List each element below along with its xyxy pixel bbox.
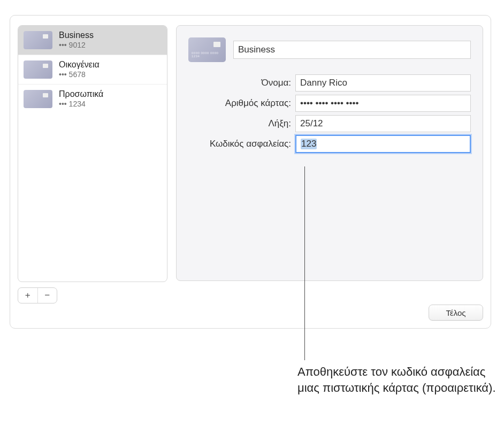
field-name: Όνομα: Danny Rico xyxy=(188,73,471,93)
credit-card-icon xyxy=(188,37,226,62)
label-number: Αριθμός κάρτας: xyxy=(188,98,295,109)
remove-button[interactable]: − xyxy=(38,288,57,303)
card-mask: ••• 9012 xyxy=(59,41,94,50)
card-mask: ••• 5678 xyxy=(59,70,100,80)
credit-card-window: Business ••• 9012 Οικογένεια ••• 5678 Πρ… xyxy=(10,15,491,329)
field-cvv: Κωδικός ασφαλείας: 123 xyxy=(188,134,471,154)
card-row-family[interactable]: Οικογένεια ••• 5678 xyxy=(18,55,167,85)
card-mask: ••• 1234 xyxy=(59,100,103,109)
credit-card-icon xyxy=(24,60,52,79)
field-number: Αριθμός κάρτας: •••• •••• •••• •••• xyxy=(188,93,471,113)
label-cvv: Κωδικός ασφαλείας: xyxy=(188,139,295,149)
title-row: Business xyxy=(188,37,471,62)
cvv-input[interactable]: 123 xyxy=(295,135,471,153)
card-info: Business ••• 9012 xyxy=(59,30,94,50)
card-info: Προσωπικά ••• 1234 xyxy=(59,89,103,109)
card-name: Business xyxy=(59,30,94,41)
card-title-input[interactable]: Business xyxy=(233,41,471,59)
done-button[interactable]: Τέλος xyxy=(429,305,483,321)
field-expiry: Λήξη: 25/12 xyxy=(188,113,471,134)
card-row-business[interactable]: Business ••• 9012 xyxy=(18,26,167,55)
card-info: Οικογένεια ••• 5678 xyxy=(59,59,100,80)
name-input[interactable]: Danny Rico xyxy=(295,74,471,92)
credit-card-icon xyxy=(24,31,52,49)
credit-card-icon xyxy=(24,90,52,108)
card-name: Προσωπικά xyxy=(59,89,103,100)
add-button[interactable]: + xyxy=(18,288,37,303)
callout-line xyxy=(304,166,305,360)
card-form: Όνομα: Danny Rico Αριθμός κάρτας: •••• •… xyxy=(188,73,471,154)
callout-text: Αποθηκεύστε τον κωδικό ασφαλείας μιας πι… xyxy=(297,364,501,396)
label-expiry: Λήξη: xyxy=(188,118,295,129)
label-name: Όνομα: xyxy=(188,78,295,88)
card-detail-panel: Business Όνομα: Danny Rico Αριθμός κάρτα… xyxy=(176,25,483,281)
card-name: Οικογένεια xyxy=(59,59,100,70)
card-row-personal[interactable]: Προσωπικά ••• 1234 xyxy=(18,85,167,113)
expiry-input[interactable]: 25/12 xyxy=(295,115,471,132)
number-input[interactable]: •••• •••• •••• •••• xyxy=(295,95,471,112)
add-remove-control: + − xyxy=(18,287,57,303)
card-list: Business ••• 9012 Οικογένεια ••• 5678 Πρ… xyxy=(18,25,167,282)
cvv-value: 123 xyxy=(301,139,317,149)
